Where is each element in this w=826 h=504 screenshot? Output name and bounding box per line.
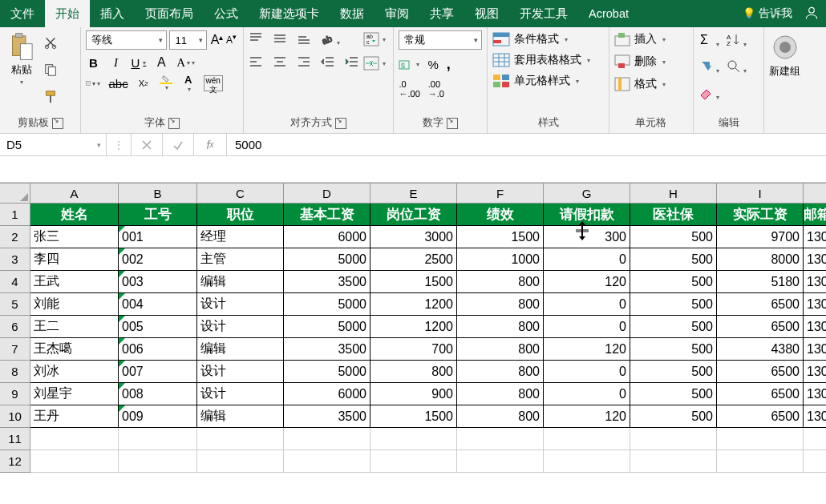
cell[interactable]: 王武 bbox=[30, 271, 119, 293]
table-header[interactable]: 医社保 bbox=[630, 204, 717, 226]
cell[interactable]: 500 bbox=[630, 405, 717, 428]
delete-cells-button[interactable]: 删除 bbox=[614, 54, 666, 69]
cell[interactable]: 001 bbox=[119, 226, 197, 248]
cell[interactable]: 刘冰 bbox=[30, 361, 119, 383]
row-header-12[interactable]: 12 bbox=[0, 450, 30, 473]
col-header-J[interactable] bbox=[804, 183, 826, 204]
cell[interactable]: 500 bbox=[630, 316, 717, 338]
cell[interactable]: 800 bbox=[457, 383, 544, 405]
col-header-C[interactable]: C bbox=[197, 183, 284, 204]
decrease-indent-icon[interactable] bbox=[321, 55, 335, 71]
row-header-4[interactable]: 4 bbox=[0, 271, 30, 293]
cell[interactable]: 李四 bbox=[30, 248, 119, 271]
italic-button[interactable]: I bbox=[108, 54, 123, 71]
tab-数据[interactable]: 数据 bbox=[330, 0, 375, 27]
row-header-11[interactable]: 11 bbox=[0, 428, 30, 450]
cell[interactable]: 设计 bbox=[197, 293, 284, 316]
cell[interactable]: 张三 bbox=[30, 226, 119, 248]
cell[interactable]: 500 bbox=[630, 338, 717, 361]
cell[interactable]: 主管 bbox=[197, 248, 284, 271]
cell[interactable]: 005 bbox=[119, 316, 197, 338]
cell[interactable]: 008 bbox=[119, 383, 197, 405]
table-header[interactable]: 实际工资 bbox=[717, 204, 804, 226]
cell-empty[interactable] bbox=[630, 450, 717, 473]
cell[interactable]: 设计 bbox=[197, 383, 284, 405]
cell[interactable]: 800 bbox=[457, 361, 544, 383]
cell[interactable]: 500 bbox=[630, 293, 717, 316]
row-header-10[interactable]: 10 bbox=[0, 405, 30, 428]
cell-empty[interactable] bbox=[544, 450, 630, 473]
font-color-theme-icon[interactable]: A▾ bbox=[176, 54, 195, 71]
row-header-9[interactable]: 9 bbox=[0, 383, 30, 405]
merge-center-button[interactable] bbox=[361, 54, 388, 72]
cell[interactable]: 800 bbox=[457, 338, 544, 361]
col-header-E[interactable]: E bbox=[370, 183, 457, 204]
cell[interactable]: 王二 bbox=[30, 316, 119, 338]
find-select-icon[interactable] bbox=[726, 58, 747, 75]
cell[interactable]: 5000 bbox=[284, 361, 370, 383]
cell[interactable]: 003 bbox=[119, 271, 197, 293]
dialog-launcher-icon[interactable] bbox=[52, 118, 63, 129]
cell[interactable]: 120 bbox=[544, 271, 630, 293]
col-header-G[interactable]: G bbox=[544, 183, 630, 204]
cell[interactable]: 800 bbox=[457, 293, 544, 316]
cell[interactable]: 800 bbox=[457, 271, 544, 293]
cell[interactable]: 2500 bbox=[370, 248, 457, 271]
cell[interactable]: 004 bbox=[119, 293, 197, 316]
col-header-H[interactable]: H bbox=[630, 183, 717, 204]
cell[interactable]: 6000 bbox=[284, 383, 370, 405]
cell[interactable]: 8000 bbox=[717, 248, 804, 271]
percent-format-icon[interactable]: % bbox=[427, 58, 438, 71]
cell[interactable]: 007 bbox=[119, 361, 197, 383]
format-as-table-button[interactable]: 套用表格格式 bbox=[492, 53, 590, 67]
cell-empty[interactable] bbox=[284, 450, 370, 473]
col-header-I[interactable]: I bbox=[717, 183, 804, 204]
tab-插入[interactable]: 插入 bbox=[90, 0, 135, 27]
cell[interactable]: 900 bbox=[370, 383, 457, 405]
cell[interactable]: 5000 bbox=[284, 248, 370, 271]
row-header-5[interactable]: 5 bbox=[0, 293, 30, 316]
cell-empty[interactable] bbox=[370, 428, 457, 450]
worksheet-grid[interactable]: ABCDEFGHI1姓名工号职位基本工资岗位工资绩效请假扣款医社保实际工资邮箱2… bbox=[0, 183, 826, 473]
cell[interactable]: 500 bbox=[630, 361, 717, 383]
cell-empty[interactable] bbox=[284, 428, 370, 450]
cell[interactable]: 编辑 bbox=[197, 405, 284, 428]
cell[interactable]: 1200 bbox=[370, 316, 457, 338]
cell-empty[interactable] bbox=[119, 450, 197, 473]
tab-视图[interactable]: 视图 bbox=[464, 0, 509, 27]
fill-icon[interactable] bbox=[698, 58, 719, 75]
cell[interactable]: 编辑 bbox=[197, 271, 284, 293]
cell[interactable]: 1000 bbox=[457, 248, 544, 271]
cell[interactable]: 0 bbox=[544, 248, 630, 271]
format-painter-icon[interactable] bbox=[42, 88, 59, 106]
row-header-1[interactable]: 1 bbox=[0, 204, 30, 226]
tab-新建选项卡[interactable]: 新建选项卡 bbox=[249, 0, 330, 27]
enter-icon[interactable] bbox=[163, 134, 194, 155]
cell[interactable]: 王丹 bbox=[30, 405, 119, 428]
cell[interactable]: 刘能 bbox=[30, 293, 119, 316]
cell[interactable]: 002 bbox=[119, 248, 197, 271]
tab-审阅[interactable]: 审阅 bbox=[375, 0, 419, 27]
phonetic-icon[interactable]: wén 文 bbox=[204, 75, 223, 91]
paste-button[interactable]: 粘贴 ▾ bbox=[5, 30, 38, 87]
align-bottom-icon[interactable] bbox=[297, 32, 311, 47]
col-header-B[interactable]: B bbox=[119, 183, 197, 204]
cell-empty[interactable] bbox=[30, 428, 119, 450]
cell-empty[interactable] bbox=[457, 450, 544, 473]
dialog-launcher-icon[interactable] bbox=[447, 118, 458, 129]
cut-icon[interactable] bbox=[42, 34, 59, 51]
cell[interactable]: 500 bbox=[630, 271, 717, 293]
cell[interactable]: 1500 bbox=[370, 271, 457, 293]
cancel-icon[interactable] bbox=[132, 134, 163, 155]
cell[interactable]: 6000 bbox=[284, 226, 370, 248]
insert-cells-button[interactable]: 插入 bbox=[614, 32, 666, 46]
cell[interactable]: 0 bbox=[544, 383, 630, 405]
superscript-button[interactable] bbox=[136, 75, 151, 91]
cell[interactable]: 6500 bbox=[717, 405, 804, 428]
cell[interactable]: 6500 bbox=[717, 361, 804, 383]
tab-页面布局[interactable]: 页面布局 bbox=[135, 0, 204, 27]
cell-empty[interactable] bbox=[804, 450, 826, 473]
cell-empty[interactable] bbox=[804, 428, 826, 450]
cell[interactable]: 5000 bbox=[284, 316, 370, 338]
cell-empty[interactable] bbox=[544, 428, 630, 450]
